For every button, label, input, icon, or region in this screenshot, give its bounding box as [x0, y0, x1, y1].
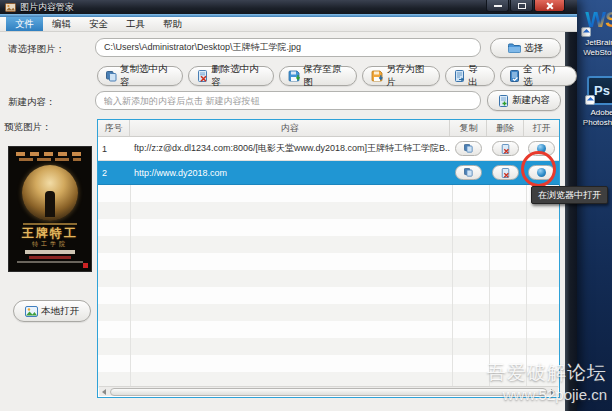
choose-image-label: 选择 — [524, 42, 543, 55]
menubar: 文件 编辑 安全 工具 帮助 — [0, 17, 577, 32]
photo-icon — [25, 306, 38, 317]
menu-help[interactable]: 帮助 — [154, 17, 191, 31]
minimize-icon — [494, 5, 502, 7]
export-icon — [454, 70, 465, 82]
menu-security[interactable]: 安全 — [80, 17, 117, 31]
export-label: 导出 — [468, 63, 486, 89]
header-open: 打开 — [524, 120, 559, 136]
column-divider — [130, 185, 131, 388]
scroll-left-arrow[interactable] — [99, 387, 109, 397]
save-as-image-button[interactable]: 另存为图片 — [362, 66, 440, 86]
menu-file[interactable]: 文件 — [6, 17, 43, 31]
new-content-icon — [498, 95, 509, 107]
delete-icon — [501, 144, 510, 154]
export-button[interactable]: 导出 — [445, 66, 495, 86]
table-row[interactable]: 1 ftp://z:z@dx.dl1234.com:8006/[电影天堂www.… — [98, 137, 559, 161]
save-as-icon — [371, 70, 383, 82]
window-title: 图片内容管家 — [20, 1, 74, 14]
save-to-original-button[interactable]: 保存至原图 — [279, 66, 357, 86]
maximize-button[interactable] — [510, 0, 533, 12]
scrollbar-thumb[interactable] — [110, 388, 547, 396]
new-content-button-label: 新建内容 — [512, 94, 550, 107]
save-icon — [288, 70, 300, 82]
poster-credits-bar — [17, 261, 83, 263]
save-to-original-label: 保存至原图 — [303, 63, 348, 89]
app-window: 图片内容管家 文件 编辑 安全 工具 帮助 请选择图片： 选择 — [0, 0, 577, 411]
header-index: 序号 — [98, 120, 130, 136]
poster-preview-image: 王牌特工 特工学院 — [8, 146, 92, 272]
poster-credits-bar — [19, 158, 81, 161]
new-content-label: 新建内容： — [8, 96, 56, 109]
row-index: 1 — [98, 144, 130, 154]
row-delete-button[interactable] — [492, 141, 519, 156]
delete-icon — [197, 70, 208, 82]
toolbar: 复制选中内容 删除选中内容 保存至原图 另存为图片 导出 全（不）选 — [97, 66, 577, 86]
watermark-line2: www.52pojie.cn — [487, 386, 607, 403]
poster-rating-mark — [83, 263, 88, 268]
delete-selected-button[interactable]: 删除选中内容 — [188, 66, 274, 86]
delete-selected-label: 删除选中内容 — [211, 63, 265, 89]
local-open-button[interactable]: 本地打开 — [13, 300, 91, 322]
annotation-circle — [521, 151, 556, 187]
new-content-button[interactable]: 新建内容 — [487, 90, 561, 111]
poster-credits-bar — [29, 256, 71, 259]
content-table: 序号 内容 复制 删除 打开 1 ftp://z:z@dx.dl1234.com… — [97, 119, 560, 398]
delete-icon — [501, 168, 510, 178]
row-index: 2 — [98, 168, 130, 178]
header-delete: 删除 — [487, 120, 524, 136]
poster-title: 王牌特工 — [9, 227, 91, 240]
maximize-icon — [518, 3, 526, 9]
photoshop-icon: Ps — [587, 76, 612, 105]
image-path-input[interactable] — [95, 38, 481, 57]
local-open-label: 本地打开 — [41, 305, 79, 318]
window-controls — [485, 0, 565, 12]
choose-image-button[interactable]: 选择 — [490, 38, 561, 58]
save-as-image-label: 另存为图片 — [386, 63, 431, 89]
header-content: 内容 — [130, 120, 451, 136]
menu-tools[interactable]: 工具 — [117, 17, 154, 31]
row-content: ftp://z:z@dx.dl1234.com:8006/[电影天堂www.dy… — [130, 142, 451, 155]
folder-icon — [508, 43, 521, 53]
select-image-label: 请选择图片： — [8, 43, 65, 56]
poster-credits-bar — [16, 152, 84, 156]
table-header: 序号 内容 复制 删除 打开 — [98, 120, 559, 137]
shortcut-arrow-icon — [585, 95, 595, 105]
copy-icon — [464, 144, 473, 153]
select-all-icon — [509, 70, 520, 82]
copy-selected-label: 复制选中内容 — [120, 63, 174, 89]
select-all-button[interactable]: 全（不）选 — [500, 66, 577, 86]
close-icon — [546, 2, 554, 10]
shortcut-arrow-icon — [581, 27, 591, 37]
select-all-label: 全（不）选 — [523, 63, 568, 89]
poster-divider — [23, 223, 77, 225]
poster-credits-bar — [25, 250, 75, 254]
row-content: http://www.dy2018.com — [130, 168, 451, 178]
copy-icon — [106, 71, 117, 82]
app-icon — [5, 3, 16, 12]
webstorm-icon: WS — [585, 5, 612, 35]
column-divider — [526, 185, 527, 388]
poster-subtitle: 特工学院 — [9, 240, 91, 248]
close-button[interactable] — [534, 0, 565, 12]
copy-selected-button[interactable]: 复制选中内容 — [97, 66, 183, 86]
minimize-button[interactable] — [486, 0, 509, 12]
column-divider — [489, 185, 490, 388]
row-copy-button[interactable] — [455, 141, 482, 156]
row-delete-button[interactable] — [492, 165, 519, 180]
poster-circle-art — [22, 165, 78, 221]
window-border — [565, 0, 577, 411]
screen: WS JetBrains WebStorm Ps Adobe Photoshop… — [0, 0, 612, 411]
table-row-selected[interactable]: 2 http://www.dy2018.com — [98, 161, 559, 185]
watermark: 吾爱破解论坛 www.52pojie.cn — [487, 360, 607, 403]
watermark-line1: 吾爱破解论坛 — [487, 360, 607, 386]
copy-icon — [464, 168, 473, 177]
header-copy: 复制 — [450, 120, 487, 136]
column-divider — [452, 185, 453, 388]
preview-label: 预览图片： — [4, 121, 52, 134]
tooltip: 在浏览器中打开 — [531, 186, 608, 204]
menu-edit[interactable]: 编辑 — [43, 17, 80, 31]
new-content-input[interactable] — [95, 91, 481, 110]
row-copy-button[interactable] — [455, 165, 482, 180]
